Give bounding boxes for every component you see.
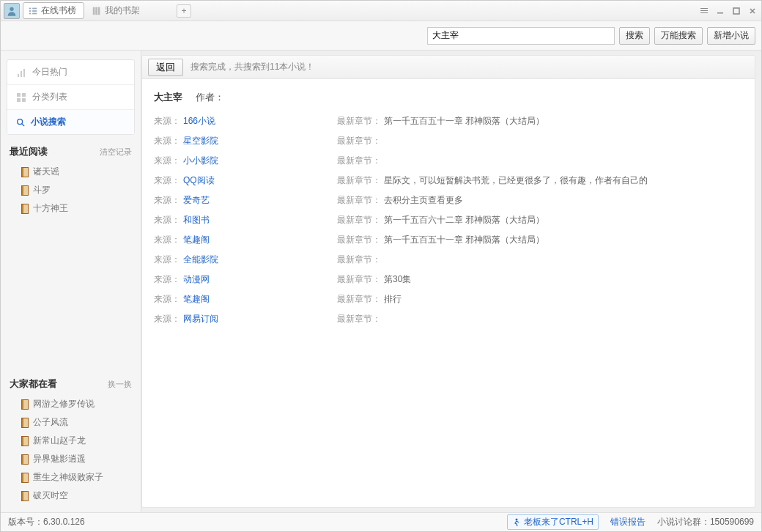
universal-search-button[interactable]: 万能搜索	[654, 27, 703, 45]
book-icon	[21, 473, 29, 483]
refresh-link[interactable]: 换一换	[108, 379, 132, 390]
svg-rect-12	[700, 12, 708, 13]
chapter-label: 最新章节：	[337, 115, 381, 128]
books-icon	[92, 6, 102, 16]
source-row[interactable]: 来源：笔趣阁最新章节：排行	[154, 289, 743, 309]
maximize-icon[interactable]	[730, 5, 742, 17]
grid-icon	[16, 92, 26, 103]
search-icon	[16, 118, 25, 127]
tab-online-ranking[interactable]: 在线书榜	[23, 2, 84, 19]
svg-rect-4	[32, 10, 37, 12]
list-item[interactable]: 网游之修罗传说	[10, 395, 132, 413]
source-name: 爱奇艺	[183, 194, 210, 207]
list-item[interactable]: 新常山赵子龙	[10, 432, 132, 450]
new-tab-button[interactable]: +	[177, 4, 191, 18]
source-row[interactable]: 来源：QQ阅读最新章节：星际文，可以短暂解决书荒，已经更很多了，很有趣，作者有自…	[154, 171, 743, 191]
chapter-label: 最新章节：	[337, 273, 381, 286]
svg-point-24	[515, 518, 517, 520]
clear-history-link[interactable]: 清空记录	[100, 147, 132, 158]
source-row[interactable]: 来源：网易订阅最新章节：	[154, 309, 743, 329]
book-icon	[21, 399, 29, 410]
source-label: 来源：	[154, 135, 180, 147]
source-name: 笔趣阁	[183, 234, 210, 246]
chapter-label: 最新章节：	[337, 135, 381, 147]
sidebar-item-label: 小说搜索	[31, 116, 66, 128]
source-label: 来源：	[154, 234, 180, 246]
list-item[interactable]: 异界魅影逍遥	[10, 450, 132, 468]
sidebar-nav-box: 今日热门 分类列表 小说搜索	[7, 59, 135, 135]
source-row[interactable]: 来源：笔趣阁最新章节：第一千五百五十一章 邪神陨落（大结局）	[154, 230, 743, 250]
chapter-label: 最新章节：	[337, 174, 381, 187]
back-button[interactable]: 返回	[148, 59, 183, 76]
list-item[interactable]: 破灭时空	[10, 487, 132, 505]
source-row[interactable]: 来源：全能影院最新章节：	[154, 250, 743, 270]
main-area: 今日热门 分类列表 小说搜索 最近阅读 清空记录 诸天谣 斗罗 十方神王	[1, 51, 761, 512]
book-icon	[21, 167, 29, 177]
list-item[interactable]: 十方神王	[10, 199, 132, 218]
recent-read-header: 最近阅读 清空记录	[1, 138, 141, 163]
source-label: 来源：	[154, 194, 180, 207]
sidebar-item-hot-today[interactable]: 今日热门	[7, 60, 134, 85]
source-label: 来源：	[154, 214, 180, 226]
source-name: 全能影院	[183, 254, 218, 266]
svg-rect-18	[17, 93, 21, 97]
source-row[interactable]: 来源：166小说最新章节：第一千五百五十一章 邪神陨落（大结局）	[154, 111, 743, 131]
chapter-text: 排行	[384, 293, 402, 306]
chapter-text: 第一千五百五十一章 邪神陨落（大结局）	[384, 115, 544, 128]
svg-rect-13	[717, 12, 723, 14]
source-row[interactable]: 来源：和图书最新章节：第一千五百六十二章 邪神陨落（大结局）	[154, 210, 743, 230]
source-name: QQ阅读	[183, 174, 215, 187]
source-label: 来源：	[154, 174, 180, 187]
source-row[interactable]: 来源：爱奇艺最新章节：去积分主页查看更多	[154, 191, 743, 210]
discussion-group: 小说讨论群：150590699	[657, 516, 754, 528]
source-label: 来源：	[154, 115, 180, 128]
list-item[interactable]: 斗罗	[10, 181, 132, 199]
svg-point-22	[18, 119, 23, 124]
source-row[interactable]: 来源：星空影院最新章节：	[154, 131, 743, 151]
results-header: 返回 搜索完成，共搜索到11本小说！	[142, 56, 755, 79]
results-panel: 返回 搜索完成，共搜索到11本小说！ 大主宰 作者： 来源：166小说最新章节：…	[141, 55, 755, 508]
svg-rect-15	[18, 74, 19, 77]
svg-rect-10	[700, 8, 708, 9]
svg-rect-16	[21, 71, 22, 77]
version-label: 版本号：6.30.0.126	[8, 516, 85, 528]
svg-rect-20	[17, 98, 21, 102]
book-icon	[21, 436, 29, 446]
svg-rect-7	[93, 7, 95, 15]
svg-line-23	[22, 123, 24, 125]
source-row[interactable]: 来源：动漫网最新章节：第30集	[154, 270, 743, 289]
tab-bookshelf[interactable]: 我的书架	[87, 3, 147, 18]
svg-rect-1	[29, 7, 32, 9]
add-novel-button[interactable]: 新增小说	[707, 27, 755, 45]
list-item[interactable]: 重生之神级败家子	[10, 468, 132, 487]
svg-rect-19	[22, 93, 26, 97]
sidebar-item-search[interactable]: 小说搜索	[7, 110, 134, 134]
tab-label: 我的书架	[105, 4, 140, 17]
minimize-icon[interactable]	[714, 5, 726, 17]
list-item[interactable]: 公子风流	[10, 413, 132, 432]
menu-icon[interactable]	[698, 5, 710, 17]
avatar[interactable]	[4, 3, 20, 19]
source-name: 166小说	[183, 115, 215, 128]
source-name: 动漫网	[183, 273, 210, 286]
chapter-text: 第30集	[384, 273, 411, 286]
svg-rect-11	[700, 10, 708, 11]
list-item[interactable]: 诸天谣	[10, 163, 132, 181]
book-icon	[21, 418, 29, 428]
sidebar-item-category[interactable]: 分类列表	[7, 85, 134, 110]
source-row[interactable]: 来源：小小影院最新章节：	[154, 151, 743, 171]
boss-key-button[interactable]: 老板来了CTRL+H	[507, 514, 599, 530]
app-window: 在线书榜 我的书架 + 搜索 万能搜索 新增小说 今日热	[0, 0, 762, 532]
book-title-row: 大主宰 作者：	[154, 88, 743, 111]
search-button[interactable]: 搜索	[619, 27, 650, 45]
tab-label: 在线书榜	[41, 4, 76, 17]
error-report-link[interactable]: 错误报告	[610, 516, 646, 528]
chapter-text: 星际文，可以短暂解决书荒，已经更很多了，很有趣，作者有自己的	[384, 174, 648, 187]
svg-rect-8	[95, 7, 97, 15]
book-icon	[21, 454, 29, 465]
chapter-label: 最新章节：	[337, 214, 381, 226]
svg-rect-5	[29, 12, 32, 14]
search-input[interactable]	[427, 27, 615, 45]
source-label: 来源：	[154, 273, 180, 286]
close-icon[interactable]	[747, 5, 758, 17]
